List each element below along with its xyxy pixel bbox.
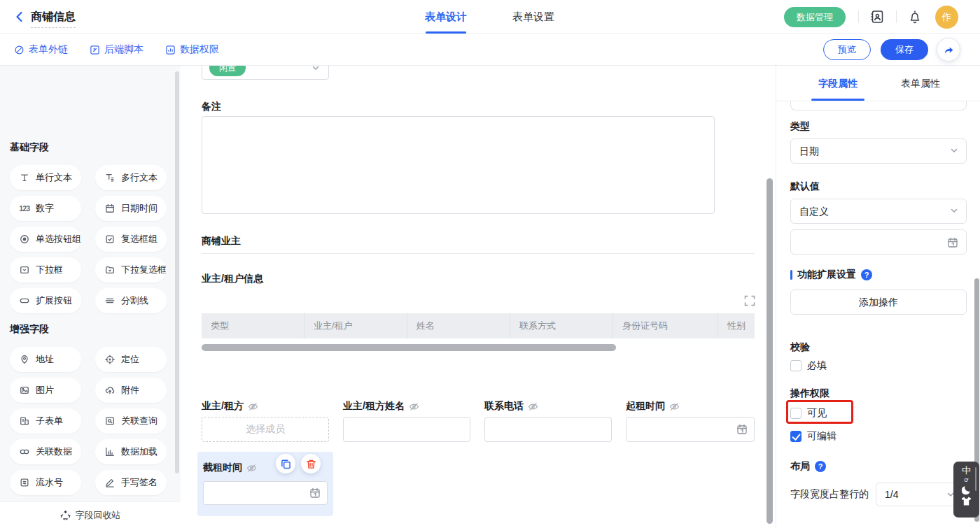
extension-section-title: 功能扩展设置 (797, 269, 856, 281)
sidebar-item-label: 地址 (36, 353, 54, 366)
default-date-input[interactable] (790, 229, 967, 255)
save-button[interactable]: 保存 (881, 39, 928, 60)
share-arrow-icon (943, 44, 955, 56)
status-select[interactable]: 闲置 (202, 66, 329, 80)
sidebar-item-divider-line[interactable]: 分割线 (95, 288, 167, 313)
tab-form-design[interactable]: 表单设计 (425, 0, 467, 34)
visible-checkbox[interactable] (790, 408, 802, 419)
chevron-down-icon (950, 146, 958, 155)
sidebar-item-label: 单选按钮组 (36, 233, 81, 245)
sidebar-item-label: 分割线 (121, 294, 148, 307)
preview-button[interactable]: 预览 (823, 39, 871, 60)
sidebar-item-address[interactable]: 地址 (10, 347, 81, 372)
phone-input[interactable] (484, 417, 612, 442)
section-title-basic-fields: 基础字段 (10, 141, 49, 154)
help-icon[interactable]: ? (861, 269, 872, 280)
sidebar-item-select[interactable]: 下拉框 (10, 257, 81, 283)
default-value-select[interactable]: 自定义 (790, 199, 967, 224)
member-picker-input[interactable]: 选择成员 (202, 417, 329, 442)
moon-icon[interactable] (961, 485, 972, 495)
recycle-icon (60, 510, 71, 520)
subform-label: 业主/租户信息 (202, 273, 263, 285)
backend-script-action[interactable]: 后端脚本 (90, 43, 144, 57)
sidebar-item-label: 关联查询 (121, 415, 158, 427)
calendar-icon (309, 487, 321, 499)
fullscreen-expand-icon[interactable] (744, 295, 755, 306)
required-checkbox-row[interactable]: 必填 (790, 359, 827, 372)
canvas-vertical-scrollbar[interactable] (766, 178, 773, 524)
external-link-action[interactable]: 表单外链 (14, 43, 68, 57)
user-avatar[interactable]: 作 (935, 6, 958, 29)
table-header-cell: 身份证号码 (613, 313, 718, 338)
type-select[interactable]: 日期 (790, 138, 967, 164)
section-divider (202, 253, 755, 254)
lease-end-date-input[interactable] (203, 481, 328, 505)
visible-checkbox-row[interactable]: 可见 (790, 407, 827, 420)
language-toggle[interactable]: 中 (962, 465, 971, 476)
tab-form-properties[interactable]: 表单属性 (901, 66, 940, 101)
delete-field-button[interactable] (301, 454, 321, 473)
translate-widget[interactable]: 中 ơ (953, 462, 979, 518)
shop-owner-section-title: 商铺业主 (202, 235, 241, 248)
share-button[interactable] (937, 38, 960, 62)
field-label-owner-name: 业主/租方姓名 (343, 401, 419, 412)
contacts-book-icon[interactable] (869, 9, 885, 24)
editable-checkbox-label: 可编辑 (807, 430, 836, 443)
recycle-bin-label: 字段回收站 (76, 509, 121, 522)
help-icon[interactable]: ? (815, 461, 826, 472)
bell-icon[interactable] (907, 9, 923, 24)
tab-field-properties[interactable]: 字段属性 (818, 66, 858, 101)
sidebar-item-serial-number[interactable]: 流水号 (10, 470, 81, 495)
sidebar-item-checkbox-group[interactable]: 复选框组 (95, 227, 167, 252)
field-width-row: 字段宽度占整行的 1/4 (790, 483, 962, 506)
field-label-phone: 联系电话 (484, 401, 538, 412)
sidebar-item-label: 关联数据 (36, 445, 72, 458)
lease-start-date-input[interactable] (626, 417, 755, 442)
field-label-text: 联系电话 (484, 400, 524, 413)
sidebar-item-extend-button[interactable]: 扩展按钮 (10, 288, 81, 313)
visible-checkbox-label: 可见 (807, 407, 827, 420)
sidebar-item-linked-data[interactable]: 关联数据 (10, 439, 81, 464)
sidebar-item-number[interactable]: 123数字 (10, 196, 81, 221)
tab-form-settings[interactable]: 表单设置 (512, 0, 554, 34)
sidebar-item-attachment[interactable]: 附件 (95, 378, 167, 403)
calendar-icon (947, 237, 958, 248)
field-label-lease-end: 截租时间 (203, 462, 257, 474)
required-checkbox[interactable] (790, 360, 802, 371)
sidebar-scrollbar[interactable] (175, 71, 179, 473)
selected-field-lease-end[interactable]: 截租时间 (197, 452, 333, 516)
image-icon (19, 385, 30, 396)
properties-panel: 字段属性 表单属性 类型 日期 默认值 自定义 功能扩展设置 ? 添加操作 校验 (776, 66, 980, 528)
sidebar-item-image[interactable]: 图片 (10, 378, 81, 403)
tshirt-icon[interactable] (961, 497, 972, 506)
sidebar-item-multi-line-text[interactable]: 多行文本 (95, 165, 167, 190)
sidebar-item-radio-group[interactable]: 单选按钮组 (10, 227, 81, 252)
sidebar-item-datetime[interactable]: 日期时间 (95, 196, 167, 221)
field-recycle-bin[interactable]: 字段回收站 (0, 501, 181, 528)
owner-name-input[interactable] (343, 417, 470, 442)
external-link-label: 表单外链 (29, 43, 68, 56)
sidebar-item-data-load[interactable]: 数据加载 (95, 439, 167, 464)
sidebar-item-signature[interactable]: 手写签名 (95, 470, 167, 495)
header-divider (896, 10, 897, 23)
sidebar-item-multi-select[interactable]: 下拉复选框 (95, 257, 167, 283)
back-icon[interactable] (13, 10, 27, 24)
sidebar-item-linked-query[interactable]: 关联查询 (95, 408, 167, 434)
remark-textarea[interactable] (202, 116, 715, 214)
subform-horizontal-scrollbar[interactable] (202, 344, 616, 351)
field-width-select[interactable]: 1/4 (876, 483, 962, 506)
chart-square-icon (165, 45, 176, 55)
sidebar-item-subform[interactable]: 子表单 (10, 408, 81, 434)
add-action-button[interactable]: 添加操作 (790, 290, 967, 315)
tab-form-properties-label: 表单属性 (901, 78, 940, 89)
data-permission-action[interactable]: 数据权限 (165, 43, 219, 57)
data-manage-button[interactable]: 数据管理 (784, 7, 846, 27)
layout-section-header: 布局 ? (790, 460, 826, 473)
form-designer-app: 商铺信息 表单设计 表单设置 数据管理 作 表单外链 后端脚本 数据权限 预览 … (0, 0, 980, 528)
copy-field-button[interactable] (276, 454, 295, 473)
sidebar-item-location[interactable]: 定位 (95, 347, 167, 372)
editable-checkbox-row[interactable]: 可编辑 (790, 430, 836, 443)
editable-checkbox[interactable] (790, 431, 802, 442)
tab-field-properties-label: 字段属性 (818, 78, 858, 89)
sidebar-item-single-line-text[interactable]: 单行文本 (10, 165, 81, 190)
